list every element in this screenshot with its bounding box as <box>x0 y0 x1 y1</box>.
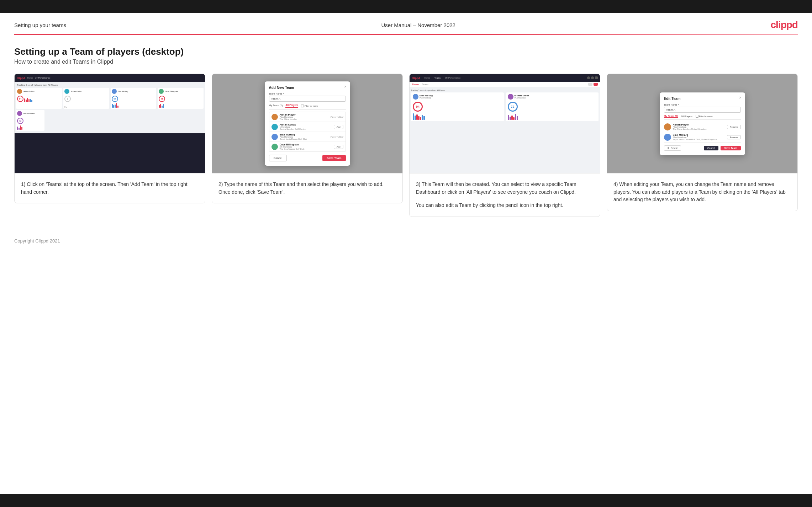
scr3-nav: clippd Home Teams My Performance <box>410 74 600 82</box>
scr3-icon-3 <box>595 76 598 79</box>
scr1-score-2: 0 <box>64 96 71 102</box>
modal-2-avatar-1 <box>271 114 278 120</box>
scr1-avatar-1 <box>17 89 22 94</box>
card-3: clippd Home Teams My Performance Players… <box>409 74 600 217</box>
scr1-nav-links: Home My Performance <box>27 77 51 79</box>
modal-4-tab-all-players[interactable]: All Players <box>681 115 692 118</box>
scr3-score-circle-1: 94 <box>413 102 423 112</box>
modal-2-avatar-2 <box>271 124 278 130</box>
scr3-players-header: Tracking 5 set of 4 players from: All Pl… <box>411 89 599 92</box>
scr1-avatar-3 <box>112 89 117 94</box>
scr3-player-row: Blair McHarg Plus Handicap 94 <box>411 92 599 121</box>
modal-4-trash-icon: 🗑 <box>667 147 670 149</box>
modal-4-cancel-button[interactable]: Cancel <box>704 146 719 150</box>
card-3-description-1: 3) This Team will then be created. You c… <box>416 181 594 196</box>
modal-4-delete-button[interactable]: 🗑 Delete <box>664 145 681 151</box>
edit-team-bg: Edit Team × Team Name * Team A My Team (… <box>607 74 797 173</box>
modal-2-player-status-3: Player Added <box>331 136 343 138</box>
scr1-avatar-2 <box>64 89 69 94</box>
modal-2-avatar-3 <box>271 134 278 140</box>
scr1-player-card-3: Blair McHarg 94 <box>111 88 157 109</box>
scr3-player-avatar-1 <box>413 94 418 100</box>
modal-4-tab-my-team[interactable]: My Team (2) <box>664 115 678 118</box>
modal-2-player-club-3: Plus HandicapRoyal North Devon Golf Club <box>280 136 329 140</box>
modal-4-avatar-1 <box>664 123 671 130</box>
scr3-player-avatar-2 <box>508 94 513 100</box>
modal-2-save-button[interactable]: Save Team <box>322 155 346 161</box>
modal-4-player-item-1: Adrian Player Plus HandicapThe Shine Lon… <box>664 122 741 132</box>
scr1-logo: clippd <box>17 76 25 80</box>
scr1-score-4: 78 <box>159 96 165 102</box>
modal-4-save-button[interactable]: Save Team <box>721 146 740 150</box>
header: Setting up your teams User Manual – Nove… <box>0 13 812 34</box>
modal-2-player-status-1: Player Added <box>331 116 343 118</box>
card-3-text: 3) This Team will then be created. You c… <box>410 174 600 217</box>
modal-4-filter-icon <box>696 115 698 118</box>
scr1-avatar-5 <box>17 111 22 116</box>
scr1-player-card-4: Dave Billingham 78 <box>158 88 204 109</box>
modal-2-close-icon[interactable]: × <box>344 84 346 89</box>
scr3-nav-performance: My Performance <box>445 77 460 79</box>
scr3-sub-players: Players <box>412 83 419 85</box>
modal-4-player-name-2: Blair McHarg <box>673 134 726 136</box>
modal-4-player-club-2: Plus HandicapRoyal North Devon Golf Club… <box>673 136 726 140</box>
modal-2-tab-my-team[interactable]: My Team (2) <box>269 104 283 107</box>
modal-2-player-info-4: Dave Billingham 3.5 HandicapThe Gog Mago… <box>280 143 332 150</box>
modal-2-team-name-input[interactable]: Team A <box>269 96 346 102</box>
scr3-bars-1 <box>413 113 502 120</box>
modal-2-player-name-2: Adrian Coliba <box>280 123 332 126</box>
scr1-score-5: 72 <box>17 118 23 124</box>
top-bar <box>0 0 812 13</box>
modal-2-player-club-1: Plus HandicapThe Shine London <box>280 116 329 120</box>
modal-4-player-info-2: Blair McHarg Plus HandicapRoyal North De… <box>673 134 726 140</box>
card-2-text: 2) Type the name of this Team and then s… <box>212 174 402 203</box>
dashboard-screenshot: clippd Home My Performance Tracking 5 se… <box>15 74 205 173</box>
modal-2-tab-all-players[interactable]: All Players <box>285 104 298 108</box>
card-4-screenshot: Edit Team × Team Name * Team A My Team (… <box>607 74 797 174</box>
modal-2-team-name-value: Team A <box>271 97 281 100</box>
scr3-nav-teams: Teams <box>434 77 441 79</box>
bottom-bar <box>0 494 812 507</box>
modal-4-team-name-input[interactable]: Team A <box>664 107 741 113</box>
modal-4-filter: Filter by name <box>696 115 713 118</box>
scr1-score-3: 94 <box>112 96 118 102</box>
scr1-bars-2 <box>64 103 108 108</box>
modal-4-delete-label: Delete <box>671 147 678 149</box>
modal-4-player-list: Adrian Player Plus HandicapThe Shine Lon… <box>664 122 741 143</box>
footer: Copyright Clippd 2021 <box>0 231 812 251</box>
scr1-player-row-2: Richard Butler 72 <box>16 110 204 131</box>
modal-4-player-info-1: Adrian Player Plus HandicapThe Shine Lon… <box>673 123 726 130</box>
modal-2-title: Add New Team <box>269 86 346 90</box>
scr1-player-card-1: Adrian Collins 84 <box>16 88 62 109</box>
modal-4-remove-btn-2[interactable]: Remove <box>727 135 740 139</box>
cards-container: clippd Home My Performance Tracking 5 se… <box>0 74 812 231</box>
scr3-sub-icon-1 <box>588 83 592 86</box>
scr1-avatar-4 <box>159 89 164 94</box>
card-1-description: 1) Click on 'Teams' at the top of the sc… <box>21 181 188 195</box>
scr3-player-club-2: Plus Handicap <box>515 97 529 99</box>
modal-4-team-name-label: Team Name * <box>664 103 741 106</box>
modal-2-player-name-3: Blair McHarg <box>280 133 329 136</box>
scr3-player-header-1: Blair McHarg Plus Handicap <box>413 94 502 100</box>
scr1-nav-home: Home <box>27 77 33 79</box>
scr3-body: Tracking 5 set of 4 players from: All Pl… <box>410 87 600 124</box>
modal-2-player-name-4: Dave Billingham <box>280 143 332 146</box>
modal-4-close-icon[interactable]: × <box>739 95 741 100</box>
card-1-screenshot: clippd Home My Performance Tracking 5 se… <box>15 74 205 174</box>
modal-2-cancel-button[interactable]: Cancel <box>269 155 287 161</box>
scr3-player-card-2: Richard Butler Plus Handicap 72 <box>506 92 599 121</box>
modal-4-remove-btn-1[interactable]: Remove <box>727 125 740 129</box>
modal-2-add-btn-2[interactable]: Add <box>334 125 343 129</box>
scr3-bars-2 <box>508 113 597 120</box>
scr3-player-card-1: Blair McHarg Plus Handicap 94 <box>411 92 504 121</box>
card-4-description: 4) When editing your Team, you can chang… <box>613 181 786 202</box>
add-new-team-bg: Add New Team × Team Name * Team A My Tea… <box>212 74 402 173</box>
header-center: User Manual – November 2022 <box>381 22 455 28</box>
card-4-text: 4) When editing your Team, you can chang… <box>607 174 797 211</box>
modal-2-add-btn-4[interactable]: Add <box>334 145 343 149</box>
scr1-nav-my-performance: My Performance <box>35 77 51 79</box>
page-title-section: Setting up a Team of players (desktop) H… <box>0 35 812 74</box>
card-3-screenshot: clippd Home Teams My Performance Players… <box>410 74 600 174</box>
scr3-score-circle-2: 72 <box>508 102 518 112</box>
card-3-description-2: You can also edit a Team by clicking the… <box>416 202 594 209</box>
